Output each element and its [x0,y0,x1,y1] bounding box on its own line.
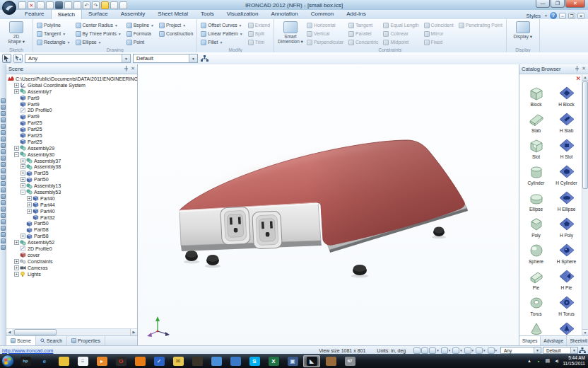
ribbon-button-coincident[interactable]: Coincident [424,21,454,29]
material-icon-dropdown[interactable]: ▼ [495,349,498,352]
tab-assembly[interactable]: Assembly [114,9,152,18]
tree-item-part40[interactable]: +Part40 [6,208,137,214]
tree-expander[interactable]: + [20,171,25,176]
catalog-item-sphere[interactable]: Sphere [521,238,551,265]
render-mode-icon-dropdown[interactable]: ▼ [436,349,439,352]
copy-view-icon[interactable] [119,1,127,9]
taskbar-app-hp[interactable]: hp [17,355,34,367]
doc-restore-icon[interactable]: ❐ [568,13,575,19]
tree-expander[interactable]: + [14,89,19,94]
close-document-icon[interactable]: ✕ [28,1,35,9]
print-icon[interactable] [64,1,72,9]
tree-expander[interactable]: + [14,272,19,277]
scene-close-icon[interactable]: ✕ [131,66,135,72]
ribbon-button-polyline[interactable]: Polyline [37,21,71,29]
ribbon-button-trim[interactable]: Trim [248,38,270,46]
taskbar-app-check-app[interactable]: ✓ [151,355,167,367]
catalog-close-icon[interactable]: ✕ [582,66,586,72]
taskbar-app-ironcad[interactable]: ◣ [303,355,320,367]
look-at-icon[interactable] [1,130,6,135]
display-config-icon-dropdown[interactable]: ▼ [448,349,451,352]
tree-item-2d-profile0[interactable]: 2D Profile0 [6,246,137,252]
tree-item-assembly13[interactable]: +Assembly13 [6,183,137,189]
ribbon-button-midpoint[interactable]: Midpoint [383,38,418,46]
scene-tab-properties[interactable]: Properties [67,336,105,345]
taskbar-app-wood-app[interactable] [322,355,339,367]
box-tool-icon[interactable] [1,149,6,154]
volume-icon[interactable]: ◂) [553,358,560,364]
tree-expander[interactable]: + [20,234,25,238]
tree-item-part9[interactable]: Part9 [6,101,137,108]
tree-expander[interactable]: + [27,202,32,207]
taskbar-app-opera[interactable]: O [112,355,129,367]
tree-expander[interactable]: + [14,83,19,88]
render-style-dropdown[interactable]: Default▼ [133,54,198,63]
tree-item-assembly7[interactable]: +Assembly7 [6,88,137,95]
ribbon-button-rectangle[interactable]: Rectangle▼ [37,38,71,46]
part-tool-icon[interactable] [1,175,6,180]
ribbon-button-vertical[interactable]: Vertical [307,30,343,38]
open-document-icon[interactable] [37,1,45,9]
taskbar-app-outlook-mail[interactable]: ✉ [170,355,187,367]
styles-dropdown-icon[interactable]: ▼ [544,13,548,18]
catalog-item-torus[interactable]: Torus [521,291,551,317]
circle-tool-icon[interactable] [1,219,6,224]
tree-expander[interactable]: + [14,146,19,151]
tree-item-part25[interactable]: Part25 [6,132,137,139]
styles-label[interactable]: Styles [527,13,541,19]
model-3d[interactable] [138,64,520,345]
catalog-item-cylinder[interactable]: Cylinder [521,160,551,186]
import-icon[interactable] [46,1,54,9]
settings-highlight-icon[interactable] [101,1,109,9]
polyline-tool-icon[interactable] [1,226,6,231]
snapshot-icon[interactable] [74,1,81,9]
ribbon-button-linear-pattern[interactable]: Linear Pattern▼ [201,30,243,38]
catalog-item-h-ellipse[interactable]: H Ellipse [551,186,582,212]
ribbon-button-ellipse[interactable]: Ellipse▼ [76,38,122,46]
tree-item-lights[interactable]: +Lights [6,271,137,277]
ribbon-button-offset-curves[interactable]: Offset Curves▼ [201,21,243,29]
tree-expander[interactable]: + [20,164,25,169]
doc-close-icon[interactable]: ✕ [577,13,584,19]
start-button[interactable] [1,355,14,367]
ribbon-button-fixed[interactable]: Fixed [424,38,454,46]
hidden-icons-icon[interactable]: ▴ [526,358,532,364]
view-list-icon[interactable] [110,1,118,9]
catalog-tab-sheetmtl[interactable]: Sheetmtl [567,336,588,345]
cylinder-tool-icon[interactable] [1,156,6,161]
taskbar-app-explorer-folder[interactable] [55,355,72,367]
tree-item-constraints[interactable]: +Constraints [6,258,137,265]
zoom-in-icon[interactable] [413,347,421,354]
note-tool-icon[interactable] [1,238,6,243]
catalog-item-ellipse[interactable]: Ellipse [521,186,551,212]
scene-tab-scene[interactable]: Scene [6,336,36,345]
color-tool-icon[interactable] [1,194,6,199]
tree-item-assembly30[interactable]: −Assembly30 [6,151,137,158]
ribbon-button-2d-shape[interactable]: 2DShape ▾ [4,21,29,46]
scene-tab-search[interactable]: Search [36,336,67,345]
catalog-item-h-cone[interactable]: H Cone [551,317,582,335]
taskbar-clock[interactable]: 5:44 AM 11/15/2011 [563,355,585,367]
zoom-icon[interactable] [1,111,6,116]
selection-filter-dropdown[interactable]: Any▼ [25,54,131,63]
tab-feature[interactable]: Feature [18,9,51,18]
taskbar-app-notepad[interactable]: ≡ [74,355,91,367]
tab-common[interactable]: Common [305,9,340,18]
save-icon[interactable] [55,1,63,9]
ribbon-button-formula[interactable]: Formula [127,30,154,38]
taskbar-app-gray-app[interactable]: 67 [341,355,358,367]
ribbon-button-split[interactable]: Split [248,30,270,38]
tree-item-global-coordinate-system[interactable]: +Global Coordinate System [6,82,137,88]
tree-item-2d-profile0[interactable]: 2D Profile0 [6,107,137,113]
ribbon-button-perpendicular[interactable]: Perpendicular [307,38,343,46]
zoom-out-icon[interactable] [421,347,428,354]
display-config-icon[interactable] [441,347,448,354]
taskbar-app-photo-viewer[interactable]: ▣ [284,355,301,367]
scene-config-icon-dropdown[interactable]: ▼ [483,349,486,352]
tree-expander[interactable]: + [14,259,19,264]
pin-icon[interactable] [124,66,129,72]
ribbon-button-concentric[interactable]: Concentric [348,38,379,46]
network-icon[interactable]: ▤ [544,358,551,364]
ribbon-button-point[interactable]: Point [127,38,154,46]
tree-item-cameras[interactable]: +Cameras [6,265,137,271]
